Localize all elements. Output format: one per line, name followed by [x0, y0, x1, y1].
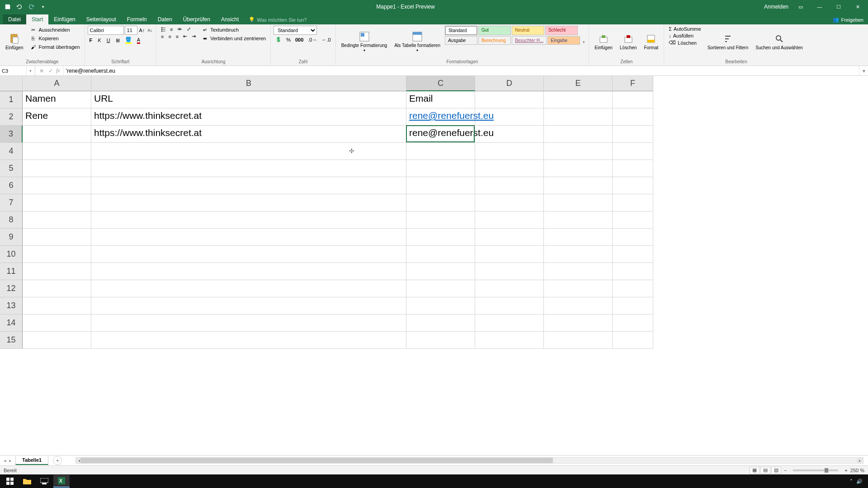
redo-icon[interactable]: [27, 3, 35, 11]
increase-decimal-button[interactable]: .0→: [306, 36, 319, 43]
column-header-C[interactable]: C: [406, 76, 475, 91]
select-all-corner[interactable]: [0, 76, 23, 91]
cell-D9[interactable]: [475, 229, 544, 246]
cell-B1[interactable]: URL: [91, 91, 406, 108]
cell-E9[interactable]: [544, 229, 613, 246]
tab-data[interactable]: Daten: [152, 14, 178, 24]
zoom-in-button[interactable]: +: [844, 468, 847, 473]
cell-C7[interactable]: [406, 194, 475, 211]
number-format-combo[interactable]: Standard: [274, 26, 317, 35]
cell-F15[interactable]: [613, 332, 653, 349]
cell-A13[interactable]: [23, 297, 91, 314]
cell-A4[interactable]: [23, 143, 91, 160]
cell-D14[interactable]: [475, 314, 544, 332]
cell-B15[interactable]: [91, 332, 406, 349]
autosum-button[interactable]: ΣAutoSumme: [667, 26, 703, 32]
cell-F7[interactable]: [613, 194, 653, 211]
cell-C2[interactable]: rene@renefuerst.eu: [406, 108, 475, 126]
cell-E5[interactable]: [544, 160, 613, 177]
insert-cells-button[interactable]: Einfügen: [592, 26, 615, 58]
cell-F1[interactable]: [613, 91, 653, 108]
cell-A2[interactable]: Rene: [23, 108, 91, 126]
cell-F9[interactable]: [613, 229, 653, 246]
delete-cells-button[interactable]: Löschen: [617, 26, 640, 58]
row-header-1[interactable]: 1: [0, 91, 23, 108]
cell-B4[interactable]: [91, 143, 406, 160]
view-pagelayout-button[interactable]: ▤: [760, 467, 770, 474]
share-button[interactable]: 👥 Freigeben: [828, 15, 868, 24]
bold-button[interactable]: F: [88, 37, 94, 43]
align-middle-button[interactable]: ≡: [168, 26, 175, 33]
tab-home[interactable]: Start: [26, 14, 48, 24]
column-header-B[interactable]: B: [91, 76, 406, 91]
cell-C5[interactable]: [406, 160, 475, 177]
orientation-button[interactable]: ⤢: [185, 26, 193, 33]
maximize-icon[interactable]: ☐: [832, 2, 845, 12]
accept-formula-icon[interactable]: ✓: [47, 68, 54, 74]
column-header-A[interactable]: A: [23, 76, 91, 91]
cell-F3[interactable]: [613, 126, 653, 143]
minimize-icon[interactable]: —: [813, 2, 826, 12]
start-button[interactable]: [2, 475, 18, 488]
row-header-9[interactable]: 9: [0, 229, 23, 246]
cell-E2[interactable]: [544, 108, 613, 126]
clear-button[interactable]: ⌫Löschen: [667, 39, 703, 46]
border-button[interactable]: ⊞: [114, 37, 122, 44]
font-size-combo[interactable]: [125, 26, 137, 35]
formula-input[interactable]: [63, 66, 859, 75]
tray-chevron-icon[interactable]: ˄: [850, 479, 853, 484]
increase-font-button[interactable]: A↑: [138, 26, 146, 35]
cell-C3[interactable]: rene@renefuerst.eu: [406, 126, 475, 143]
cell-D12[interactable]: [475, 280, 544, 297]
tab-insert[interactable]: Einfügen: [48, 14, 80, 24]
zoom-out-button[interactable]: −: [784, 468, 787, 473]
row-header-10[interactable]: 10: [0, 246, 23, 263]
fill-button[interactable]: ↓Ausfüllen: [667, 33, 703, 39]
comma-button[interactable]: 000: [293, 36, 305, 43]
cell-A9[interactable]: [23, 229, 91, 246]
cell-B13[interactable]: [91, 297, 406, 314]
accounting-format-button[interactable]: 💲: [274, 36, 283, 43]
row-header-15[interactable]: 15: [0, 332, 23, 349]
row-header-13[interactable]: 13: [0, 297, 23, 314]
cell-E6[interactable]: [544, 177, 613, 194]
cell-F10[interactable]: [613, 246, 653, 263]
column-header-E[interactable]: E: [544, 76, 613, 91]
cell-A10[interactable]: [23, 246, 91, 263]
cell-C6[interactable]: [406, 177, 475, 194]
tab-file[interactable]: Datei: [3, 14, 26, 24]
scroll-right-icon[interactable]: ▸: [857, 458, 863, 463]
increase-indent-button[interactable]: ⇥: [190, 33, 198, 40]
cell-D6[interactable]: [475, 177, 544, 194]
cell-F4[interactable]: [613, 143, 653, 160]
cell-F5[interactable]: [613, 160, 653, 177]
add-sheet-button[interactable]: +: [53, 456, 62, 465]
sort-filter-button[interactable]: Sortieren und Filtern: [705, 26, 751, 58]
paste-button[interactable]: Einfügen: [3, 26, 26, 58]
row-header-11[interactable]: 11: [0, 263, 23, 280]
tellme-search[interactable]: 💡 Was möchten Sie tun?: [244, 15, 311, 24]
cancel-formula-icon[interactable]: ✕: [38, 68, 45, 74]
horizontal-scrollbar[interactable]: ◂ ▸: [75, 457, 863, 464]
cell-D5[interactable]: [475, 160, 544, 177]
cell-D11[interactable]: [475, 263, 544, 280]
cell-E3[interactable]: [544, 126, 613, 143]
row-header-8[interactable]: 8: [0, 211, 23, 229]
zoom-level[interactable]: 250 %: [850, 468, 864, 473]
cell-F8[interactable]: [613, 211, 653, 229]
cell-F11[interactable]: [613, 263, 653, 280]
scrollbar-thumb[interactable]: [80, 458, 552, 463]
cell-B8[interactable]: [91, 211, 406, 229]
decrease-indent-button[interactable]: ⇤: [181, 33, 189, 40]
view-pagebreak-button[interactable]: ▧: [771, 467, 781, 474]
cell-C9[interactable]: [406, 229, 475, 246]
cell-C13[interactable]: [406, 297, 475, 314]
cell-D13[interactable]: [475, 297, 544, 314]
cell-A7[interactable]: [23, 194, 91, 211]
cell-D8[interactable]: [475, 211, 544, 229]
cell-B7[interactable]: [91, 194, 406, 211]
row-header-7[interactable]: 7: [0, 194, 23, 211]
align-top-button[interactable]: ⬱: [159, 26, 167, 33]
format-as-table-button[interactable]: Als Tabelle formatieren▾: [392, 26, 443, 58]
file-explorer-button[interactable]: [19, 475, 35, 488]
